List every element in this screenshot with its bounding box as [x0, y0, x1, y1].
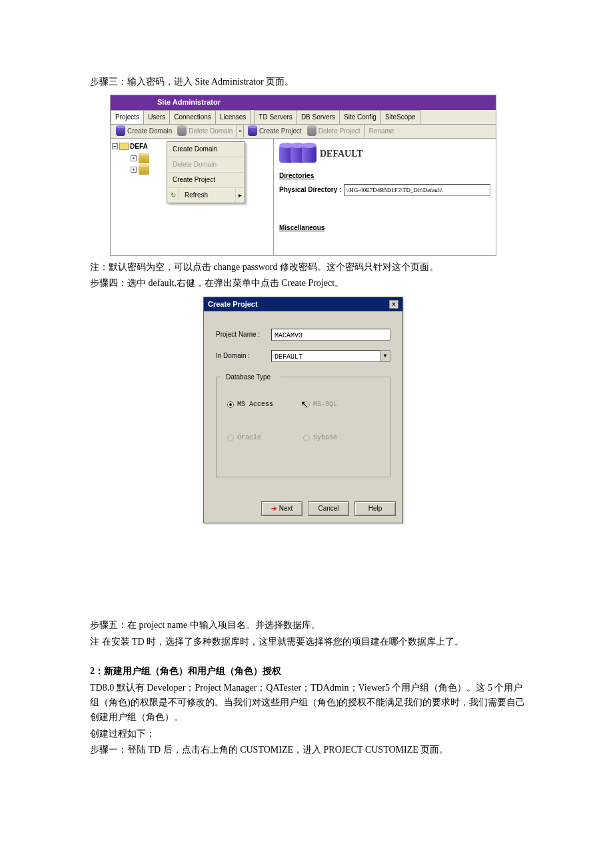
section2-title: 2：新建用户组（角色）和用户组（角色）授权: [90, 664, 526, 679]
tool-rename[interactable]: Rename: [366, 125, 397, 137]
section-misc: Miscellaneous: [279, 223, 490, 233]
in-domain-label: In Domain :: [216, 351, 266, 361]
help-button[interactable]: Help: [354, 501, 396, 516]
radio-icon: [227, 435, 234, 441]
database-type-legend: Database Type: [223, 372, 273, 383]
step4: 步骤四：选中 default,右健，在弹出菜单中点击 Create Projec…: [90, 276, 526, 291]
phys-dir-value[interactable]: \\HG-40E7D4B5D1F3\TD_Dir\Default\: [344, 184, 490, 196]
submenu-arrow-icon[interactable]: ▸: [235, 188, 245, 203]
project-name-label: Project Name :: [216, 329, 266, 340]
tab-users[interactable]: Users: [143, 110, 170, 124]
tab-sitescope[interactable]: SiteScope: [380, 110, 420, 124]
radio-icon: [303, 435, 310, 441]
expand-icon[interactable]: +: [131, 155, 137, 161]
arrow-right-icon: ➔: [271, 503, 277, 514]
step5: 步骤五：在 project name 中输入项目名。并选择数据库。: [90, 618, 526, 633]
section2-p2: 创建过程如下：: [90, 727, 526, 741]
default-icon: [279, 145, 313, 163]
domain-icon: [177, 127, 187, 136]
section-directories: Directories: [279, 171, 490, 181]
ctx-delete-domain: Delete Domain: [167, 157, 245, 173]
section2-p3: 步骤一：登陆 TD 后，点击右上角的 CUSTOMIZE，进入 PROJECT …: [90, 743, 526, 757]
tab-connections[interactable]: Connections: [169, 110, 216, 124]
project-icon: [307, 127, 316, 136]
tab-bar: Projects Users Connections Licenses TD S…: [111, 110, 496, 125]
ctx-create-domain[interactable]: Create Domain: [167, 142, 245, 157]
project-name-input[interactable]: MACAMV3: [271, 329, 390, 341]
toolbar-left: Create Domain Delete Domain » Create Pro…: [111, 125, 496, 139]
window-title: Site Administrator: [111, 95, 496, 110]
project-icon: [248, 127, 257, 136]
tab-projects[interactable]: Projects: [111, 110, 144, 124]
note2: 注 在安装 TD 时，选择了多种数据库时，这里就需要选择将您的项目建在哪个数据库…: [90, 635, 526, 649]
collapse-icon[interactable]: −: [112, 143, 118, 149]
section2-p1: TD8.0 默认有 Developer；Project Manager；QATe…: [90, 681, 526, 725]
chevron-down-icon[interactable]: ▼: [380, 350, 390, 362]
create-project-dialog: Create Project × Project Name : MACAMV3 …: [203, 297, 403, 524]
tool-delete-domain[interactable]: Delete Domain: [175, 125, 235, 137]
radio-sybase: Sybase: [303, 433, 379, 443]
dialog-title-bar: Create Project ×: [204, 297, 402, 312]
db-icon: [139, 154, 149, 163]
cancel-button[interactable]: Cancel: [308, 501, 349, 516]
detail-heading: DEFAULT: [320, 147, 363, 161]
divider: [364, 125, 365, 137]
in-domain-select[interactable]: DEFAULT: [271, 350, 380, 362]
tab-db-servers[interactable]: DB Servers: [297, 110, 340, 124]
tree-root-label: DEFA: [130, 141, 148, 152]
phys-dir-label: Physical Directory :: [279, 185, 341, 195]
tool-delete-project[interactable]: Delete Project: [305, 125, 363, 137]
cursor-icon: ↖: [301, 397, 308, 411]
refresh-icon: ↻: [167, 188, 179, 203]
divider: [243, 125, 244, 137]
radio-ms-access[interactable]: MS Access: [227, 399, 303, 410]
divider: [237, 125, 237, 137]
next-button[interactable]: ➔Next: [261, 501, 303, 516]
expand-icon[interactable]: +: [131, 167, 137, 173]
step3: 步骤三：输入密码，进入 Site Administrator 页面。: [90, 75, 526, 89]
radio-ms-sql: MS-SQL: [303, 399, 379, 410]
detail-panel: DEFAULT Directories Physical Directory :…: [274, 139, 496, 255]
tab-td-servers[interactable]: TD Servers: [254, 110, 297, 124]
close-button[interactable]: ×: [389, 300, 398, 309]
dialog-title: Create Project: [208, 299, 258, 311]
tool-create-domain[interactable]: Create Domain: [113, 125, 175, 137]
tab-site-config[interactable]: Site Config: [339, 110, 381, 124]
tab-licenses[interactable]: Licenses: [215, 110, 251, 124]
db-icon: [139, 165, 149, 175]
context-menu: Create Domain Delete Domain Create Proje…: [167, 141, 245, 203]
database-type-group: Database Type ↖ MS Access MS-SQL Oracle: [216, 377, 390, 477]
folder-icon: [119, 143, 129, 150]
ctx-create-project[interactable]: Create Project: [167, 173, 245, 188]
radio-oracle: Oracle: [227, 433, 303, 443]
ctx-refresh[interactable]: Refresh: [179, 188, 235, 203]
tool-create-project[interactable]: Create Project: [245, 125, 305, 137]
radio-icon: [227, 401, 234, 408]
site-admin-window: Site Administrator Projects Users Connec…: [110, 95, 496, 256]
tree-panel: − DEFA + + Create Domain Delete Domain C…: [111, 139, 274, 255]
domain-icon: [116, 127, 125, 136]
note1: 注：默认密码为空，可以点击 change password 修改密码。这个密码只…: [90, 260, 526, 275]
